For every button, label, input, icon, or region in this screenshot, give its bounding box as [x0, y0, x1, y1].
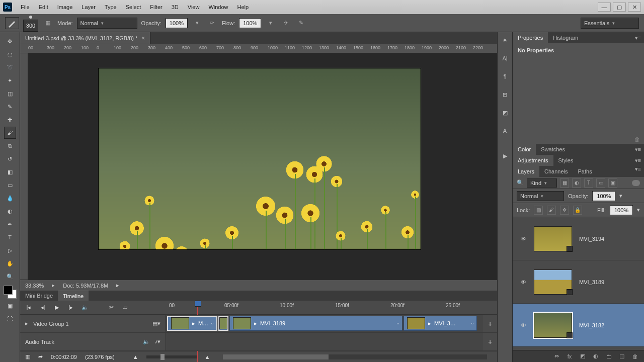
- brush-size[interactable]: 300: [23, 20, 38, 32]
- render-icon[interactable]: ➦: [38, 353, 43, 360]
- lock-transparency-icon[interactable]: ▩: [534, 206, 543, 215]
- audio-track-lane[interactable]: [166, 333, 483, 350]
- panel-icon-1[interactable]: ✷: [500, 35, 510, 45]
- filter-adjustment-icon[interactable]: ◐: [572, 178, 581, 188]
- type-tool[interactable]: T: [4, 231, 16, 243]
- panel-menu-icon[interactable]: ▾≡: [632, 35, 644, 41]
- tab-channels[interactable]: Channels: [539, 166, 573, 177]
- eraser-tool[interactable]: ◧: [4, 166, 16, 178]
- filter-pixel-icon[interactable]: ▦: [560, 178, 569, 188]
- blend-mode-dropdown[interactable]: Normal: [517, 191, 564, 201]
- pen-tool[interactable]: ✒: [4, 218, 16, 230]
- layer-item[interactable]: 👁 MVI_3194: [513, 217, 644, 260]
- canvas[interactable]: [28, 53, 497, 280]
- play-button[interactable]: ▶: [53, 304, 60, 311]
- layer-item[interactable]: 👁 MVI_3182: [513, 304, 644, 347]
- audio-options-icon[interactable]: ♪▾: [155, 338, 161, 345]
- trash-icon[interactable]: 🗑: [634, 136, 640, 142]
- visibility-icon[interactable]: 👁: [520, 279, 527, 286]
- tab-properties[interactable]: Properties: [513, 32, 548, 43]
- panel-icon-6[interactable]: A: [500, 126, 510, 136]
- crop-tool[interactable]: ◫: [4, 87, 16, 100]
- panel-icon-5[interactable]: ◩: [500, 108, 510, 118]
- menu-type[interactable]: Type: [100, 4, 121, 10]
- color-swatches[interactable]: [4, 286, 17, 299]
- flow-dropdown-icon[interactable]: ▾: [265, 18, 276, 29]
- zoom-tool[interactable]: 🔍: [4, 270, 16, 283]
- new-layer-icon[interactable]: ◫: [618, 352, 626, 360]
- tab-mini-bridge[interactable]: Mini Bridge: [20, 291, 58, 301]
- path-selection-tool[interactable]: ▷: [4, 244, 16, 256]
- opacity-dropdown-icon[interactable]: ▾: [192, 18, 203, 29]
- history-brush-tool[interactable]: ↺: [4, 153, 16, 165]
- screen-mode-icon[interactable]: ⛶: [4, 313, 16, 325]
- lock-position-icon[interactable]: ✥: [560, 206, 569, 215]
- layer-opacity-input[interactable]: 100%: [592, 191, 615, 201]
- eyedropper-tool[interactable]: ✎: [4, 101, 16, 113]
- panel-menu-icon[interactable]: ▾≡: [632, 166, 644, 177]
- timeline-zoom-slider[interactable]: [146, 355, 197, 358]
- add-media-button[interactable]: +: [483, 320, 497, 328]
- goto-first-frame-button[interactable]: |◂: [25, 304, 32, 311]
- blur-tool[interactable]: 💧: [4, 192, 16, 204]
- zoom-popup-icon[interactable]: ▸: [52, 282, 55, 289]
- lock-all-icon[interactable]: 🔒: [573, 206, 582, 215]
- menu-3d[interactable]: 3D: [167, 4, 183, 10]
- filter-toggle[interactable]: [632, 180, 640, 186]
- tab-histogram[interactable]: Histogram: [548, 32, 583, 43]
- layer-fx-icon[interactable]: fx: [566, 352, 574, 360]
- play-panel-icon[interactable]: ▶: [500, 151, 510, 161]
- layer-mask-icon[interactable]: ◩: [579, 352, 587, 360]
- clone-stamp-tool[interactable]: ⧉: [4, 140, 16, 152]
- clip-3[interactable]: ▸MVI_3…▫: [404, 316, 477, 331]
- visibility-icon[interactable]: 👁: [520, 322, 527, 329]
- lock-pixels-icon[interactable]: 🖌: [547, 206, 556, 215]
- chevron-down-icon[interactable]: ▾: [637, 207, 640, 213]
- layer-name[interactable]: MVI_3182: [579, 322, 604, 328]
- zoom-in-icon[interactable]: ▲: [205, 354, 210, 360]
- filter-type-icon[interactable]: T: [584, 178, 593, 188]
- video-track-lane[interactable]: ▸M…▫ ▸MVI_3189▫ ▸MVI_3…▫: [166, 315, 483, 332]
- magic-wand-tool[interactable]: ✦: [4, 74, 16, 86]
- zoom-readout[interactable]: 33.33%: [25, 283, 44, 289]
- frame-animation-icon[interactable]: ▥: [25, 353, 30, 360]
- timeline-ruler-wrap[interactable]: 0005:00f10:00f15:00f20:00f25:00f: [166, 301, 497, 314]
- filter-smart-icon[interactable]: ▣: [608, 178, 617, 188]
- doc-info-popup-icon[interactable]: ▸: [116, 282, 119, 289]
- blend-mode-dropdown[interactable]: Normal: [77, 18, 137, 29]
- menu-select[interactable]: Select: [121, 4, 146, 10]
- document-tab[interactable]: Untitled-3.psd @ 33.3% (MVI_3182, RGB/8)…: [20, 32, 150, 44]
- move-tool[interactable]: ✥: [4, 35, 16, 47]
- panel-menu-icon[interactable]: ▾≡: [632, 157, 644, 164]
- menu-file[interactable]: File: [16, 4, 34, 10]
- clip-2[interactable]: ▸MVI_3189▫: [229, 316, 403, 331]
- quick-mask-icon[interactable]: ▣: [4, 300, 16, 312]
- workspace-dropdown[interactable]: Essentials: [581, 18, 639, 29]
- timeline-scrollbar[interactable]: [223, 354, 487, 359]
- paragraph-panel-icon[interactable]: ¶: [500, 71, 510, 81]
- next-frame-button[interactable]: |▸: [67, 304, 74, 311]
- layer-group-icon[interactable]: 🗀: [605, 352, 613, 360]
- opacity-input[interactable]: 100%: [166, 18, 188, 28]
- tab-swatches[interactable]: Swatches: [536, 144, 570, 155]
- tab-layers[interactable]: Layers: [513, 166, 539, 177]
- menu-help[interactable]: Help: [233, 4, 254, 10]
- add-audio-button[interactable]: +: [483, 338, 497, 346]
- layer-name[interactable]: MVI_3194: [579, 236, 604, 242]
- layer-name[interactable]: MVI_3189: [579, 279, 604, 285]
- audio-mute-icon[interactable]: 🔈: [143, 338, 150, 345]
- expand-icon[interactable]: ▸: [25, 320, 28, 327]
- close-icon[interactable]: ×: [141, 35, 145, 42]
- dodge-tool[interactable]: ◐: [4, 205, 16, 217]
- healing-brush-tool[interactable]: ✚: [4, 114, 16, 126]
- tab-color[interactable]: Color: [513, 144, 536, 155]
- menu-image[interactable]: Image: [53, 4, 77, 10]
- visibility-icon[interactable]: 👁: [520, 235, 527, 242]
- brush-panel-toggle-icon[interactable]: ▦: [42, 18, 53, 29]
- delete-layer-icon[interactable]: 🗑: [631, 352, 639, 360]
- pressure-opacity-icon[interactable]: ✑: [207, 18, 218, 29]
- prev-frame-button[interactable]: ◂|: [39, 304, 46, 311]
- tab-adjustments[interactable]: Adjustments: [513, 155, 553, 166]
- tab-paths[interactable]: Paths: [573, 166, 597, 177]
- lasso-tool[interactable]: ➰: [4, 61, 16, 73]
